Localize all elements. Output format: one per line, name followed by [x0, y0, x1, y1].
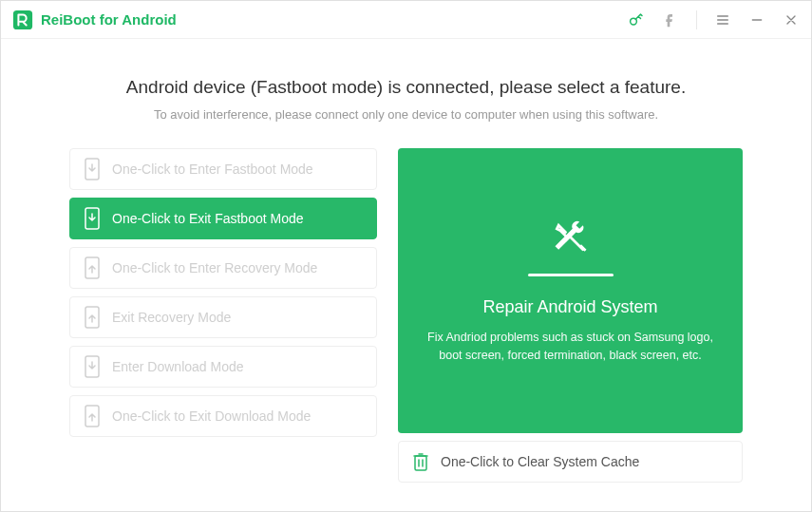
clear-cache-button[interactable]: One-Click to Clear System Cache [398, 441, 743, 483]
mode-label: One-Click to Enter Fastboot Mode [112, 161, 313, 177]
mode-label: One-Click to Exit Download Mode [112, 408, 311, 424]
titlebar: ReiBoot for Android [1, 1, 811, 39]
exit-download-button[interactable]: One-Click to Exit Download Mode [69, 395, 377, 437]
svg-rect-8 [415, 456, 426, 470]
mode-list: One-Click to Enter Fastboot Mode One-Cli… [69, 148, 377, 483]
repair-title: Repair Android System [482, 297, 657, 317]
phone-down-icon [84, 207, 101, 230]
enter-recovery-button[interactable]: One-Click to Enter Recovery Mode [69, 247, 377, 289]
mode-label: One-Click to Enter Recovery Mode [112, 260, 317, 275]
repair-description: Fix Andriod problems such as stuck on Sa… [426, 329, 714, 365]
content-area: Android device (Fastboot mode) is connec… [1, 39, 811, 511]
svg-rect-0 [13, 9, 32, 28]
exit-fastboot-button[interactable]: One-Click to Exit Fastboot Mode [69, 198, 377, 239]
mode-label: One-Click to Exit Fastboot Mode [112, 211, 304, 226]
main-grid: One-Click to Enter Fastboot Mode One-Cli… [69, 148, 743, 483]
mode-label: Enter Download Mode [112, 359, 244, 374]
titlebar-divider [696, 10, 697, 29]
page-subheading: To avoid interference, please connect on… [69, 107, 743, 122]
enter-download-button[interactable]: Enter Download Mode [69, 346, 377, 388]
cache-label: One-Click to Clear System Cache [441, 454, 639, 469]
trash-icon [412, 451, 429, 472]
mode-label: Exit Recovery Mode [112, 310, 231, 325]
app-logo-icon [12, 9, 33, 30]
close-icon[interactable] [783, 11, 800, 28]
phone-icon [84, 405, 101, 427]
tools-icon [550, 217, 592, 258]
enter-fastboot-button[interactable]: One-Click to Enter Fastboot Mode [69, 148, 377, 190]
menu-icon[interactable] [714, 11, 731, 28]
app-window: ReiBoot for Android [0, 0, 812, 512]
phone-icon [84, 355, 101, 378]
right-column: Repair Android System Fix Andriod proble… [398, 148, 743, 483]
titlebar-controls [628, 10, 800, 29]
phone-up-icon [84, 256, 101, 279]
app-title: ReiBoot for Android [41, 11, 177, 28]
phone-down-icon [84, 158, 101, 180]
minimize-icon[interactable] [748, 11, 765, 28]
repair-android-card[interactable]: Repair Android System Fix Andriod proble… [398, 148, 743, 433]
register-key-icon[interactable] [628, 11, 645, 28]
facebook-icon[interactable] [662, 11, 679, 28]
exit-recovery-button[interactable]: Exit Recovery Mode [69, 296, 377, 338]
repair-divider [528, 274, 614, 276]
phone-icon [84, 306, 101, 329]
page-heading: Android device (Fastboot mode) is connec… [69, 77, 743, 98]
